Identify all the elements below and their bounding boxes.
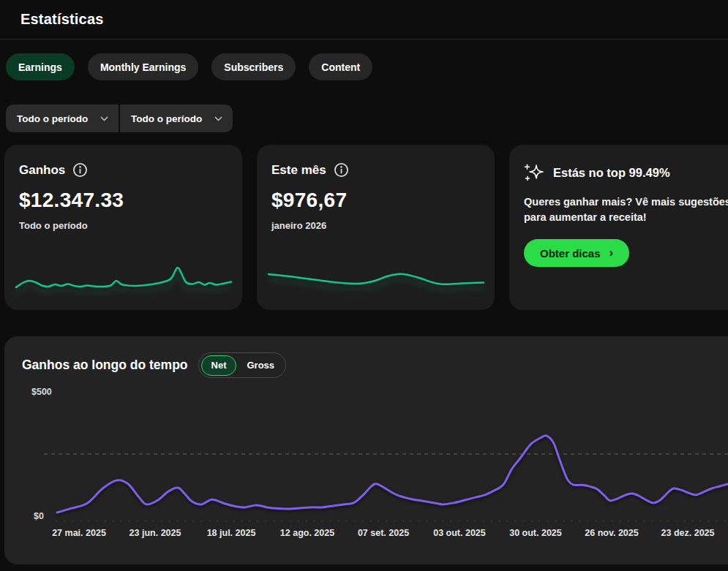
x-axis-label: 12 ago. 2025 <box>280 528 334 538</box>
promo-card: Estás no top 99.49% Queres ganhar mais? … <box>509 145 728 310</box>
x-axis-label: 18 jul. 2025 <box>207 528 256 538</box>
tab-content[interactable]: Content <box>309 53 372 80</box>
page-title: Estatísticas <box>20 11 728 28</box>
this-month-period: janeiro 2026 <box>271 220 480 231</box>
earnings-period: Todo o período <box>19 220 228 231</box>
period-filters: Todo o período Todo o período <box>6 105 233 132</box>
earnings-chart-title: Ganhos ao longo do tempo <box>22 358 188 373</box>
earnings-card: Ganhos $12.347.33 Todo o período <box>4 145 242 310</box>
x-axis-label: 07 set. 2025 <box>358 528 409 538</box>
get-tips-button[interactable]: Obter dicas › <box>524 239 629 267</box>
x-axis-label: 27 mai. 2025 <box>52 528 106 538</box>
promo-body: Queres ganhar mais? Vê mais sugestões pa… <box>524 194 728 224</box>
x-axis-labels: 27 mai. 202523 jun. 202518 jul. 202512 a… <box>4 528 728 541</box>
chevron-right-icon: › <box>609 246 614 259</box>
stats-tabs: Earnings Monthly Earnings Subscribers Co… <box>6 53 728 80</box>
this-month-card-title: Este mês <box>271 163 326 178</box>
earnings-card-title: Ganhos <box>19 163 65 178</box>
sparkle-icon <box>524 162 544 183</box>
earnings-sparkline-chart <box>15 259 233 300</box>
period-filter-2-label: Todo o período <box>131 113 202 124</box>
chevron-down-icon <box>214 116 222 121</box>
this-month-card: Este mês $976,67 janeiro 2026 <box>257 145 495 310</box>
x-axis-label: 03 out. 2025 <box>433 528 486 538</box>
info-icon[interactable] <box>72 162 88 178</box>
net-gross-toggle: Net Gross <box>198 352 287 378</box>
tab-subscribers[interactable]: Subscribers <box>211 53 296 80</box>
page-header: Estatísticas <box>0 0 728 28</box>
chevron-down-icon <box>100 116 108 121</box>
x-axis-label: 30 out. 2025 <box>509 528 562 538</box>
x-axis-label: 26 nov. 2025 <box>585 528 638 538</box>
x-axis-label: 23 dez. 2025 <box>661 528 715 538</box>
promo-title: Estás no top 99.49% <box>553 166 670 180</box>
info-icon[interactable] <box>334 162 349 178</box>
earnings-amount: $12.347.33 <box>19 189 228 212</box>
period-filter-1[interactable]: Todo o período <box>6 105 119 132</box>
tab-monthly-earnings[interactable]: Monthly Earnings <box>88 53 198 80</box>
period-filter-1-label: Todo o período <box>17 113 88 124</box>
this-month-sparkline-chart <box>267 259 485 300</box>
stat-cards-row: Ganhos $12.347.33 Todo o período Este mê… <box>4 145 728 310</box>
earnings-line-chart <box>41 389 728 524</box>
this-month-amount: $976,67 <box>271 189 480 212</box>
get-tips-button-label: Obter dicas <box>540 247 601 260</box>
period-filter-2[interactable]: Todo o período <box>120 105 233 132</box>
toggle-net[interactable]: Net <box>201 355 237 376</box>
x-axis-label: 23 jun. 2025 <box>130 528 181 538</box>
toggle-gross[interactable]: Gross <box>239 360 282 371</box>
tab-earnings[interactable]: Earnings <box>6 53 75 80</box>
earnings-over-time-panel: Ganhos ao longo do tempo Net Gross $500 … <box>4 336 728 564</box>
header-divider <box>0 39 728 39</box>
